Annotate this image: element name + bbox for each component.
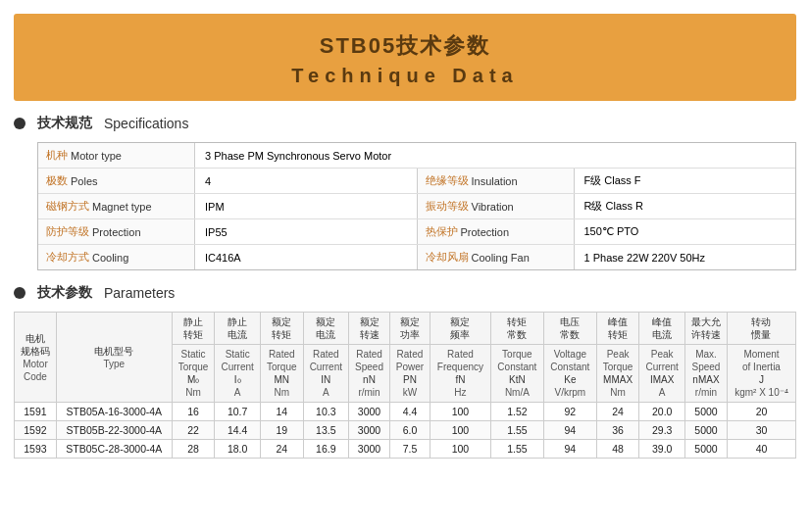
col-static-current-en: StaticCurrent I₀A: [215, 345, 261, 403]
col-inertia-en: Momentof Inertia Jkgm² X 10⁻⁴: [727, 345, 795, 403]
col-rated-power-en: RatedPower PNkW: [389, 345, 430, 403]
table-cell-M0: 28: [172, 440, 215, 459]
col-motor-code: 电机 规格码 Motor Code: [15, 313, 57, 403]
params-section-dot: [14, 287, 25, 299]
table-cell-Ke: 94: [543, 421, 596, 440]
table-cell-J: 20: [727, 403, 795, 421]
spec-label-cooling: 冷却方式 Cooling: [38, 245, 195, 269]
params-title-cn: 技术参数: [37, 284, 92, 302]
spec-value-thermalprotection: 150℃ PTO: [575, 219, 796, 244]
params-table-wrapper: 电机 规格码 Motor Code 电机型号 Type 静止转矩 静止电流 额定…: [14, 312, 796, 459]
params-section-title: 技术参数 Parameters: [14, 284, 796, 302]
table-cell-code: 1593: [15, 440, 57, 459]
table-cell-IMAX: 20.0: [639, 403, 685, 421]
label-en-cooling: Cooling: [92, 252, 128, 264]
spec-row-magnet: 磁钢方式 Magnet type IPM 振动等级 Vibration R级 C…: [38, 194, 795, 219]
table-cell-code: 1592: [15, 421, 57, 440]
spec-value-insulation: F级 Class F: [575, 169, 796, 193]
spec-label-vibration: 振动等级 Vibration: [418, 194, 575, 218]
table-row: 1592STB05B-22-3000-4A2214.41913.530006.0…: [15, 421, 796, 440]
label-en-thermalprotection: Protection: [461, 226, 510, 238]
col-peak-torque-en: PeakTorque MMAXNm: [596, 345, 639, 403]
table-cell-M0: 22: [172, 421, 215, 440]
label-en-vibration: Vibration: [472, 201, 514, 213]
label-en-motortype: Motor type: [71, 150, 122, 162]
col-torque-const-en: TorqueConstant KtNNm/A: [490, 345, 543, 403]
label-cn-protection: 防护等级: [46, 224, 89, 239]
spec-value-magnet: IPM: [195, 194, 418, 218]
spec-row-poles: 极数 Poles 4 绝缘等级 Insulation F级 Class F: [38, 169, 795, 194]
label-en-protection: Protection: [92, 226, 141, 238]
table-cell-type: STB05C-28-3000-4A: [56, 440, 172, 459]
table-cell-J: 30: [727, 421, 795, 440]
spec-label-thermalprotection: 热保护 Protection: [418, 219, 575, 244]
table-cell-fN: 100: [430, 403, 490, 421]
table-cell-PN: 7.5: [389, 440, 430, 459]
spec-value-vibration: R级 Class R: [575, 194, 796, 218]
spec-label-protection: 防护等级 Protection: [38, 219, 195, 244]
col-peak-current-en: PeakCurrent IMAXA: [639, 345, 685, 403]
col-rated-torque-en: RatedTorque MNNm: [260, 345, 303, 403]
spec-value-motortype: 3 Phase PM Synchronous Servo Motor: [195, 143, 795, 168]
spec-row-cooling: 冷却方式 Cooling IC416A 冷却风扇 Cooling Fan 1 P…: [38, 245, 795, 269]
table-cell-MMAX: 24: [596, 403, 639, 421]
label-en-coolingfan: Cooling Fan: [472, 252, 530, 264]
title-en: Technique Data: [24, 65, 786, 87]
specs-title-cn: 技术规范: [37, 115, 92, 132]
col-static-torque: 静止转矩: [172, 313, 215, 345]
col-inertia: 转动惯量: [727, 313, 795, 345]
spec-value-protection: IP55: [195, 219, 418, 244]
col-max-speed: 最大允许转速: [685, 313, 728, 345]
table-cell-fN: 100: [430, 421, 490, 440]
label-cn-vibration: 振动等级: [426, 199, 469, 214]
label-cn-poles: 极数: [46, 173, 68, 188]
label-cn-magnet: 磁钢方式: [46, 199, 89, 214]
spec-value-cooling: IC416A: [195, 245, 418, 269]
table-row: 1593STB05C-28-3000-4A2818.02416.930007.5…: [15, 440, 796, 459]
col-rated-freq: 额定频率: [430, 313, 490, 345]
header-banner: STB05技术参数 Technique Data: [14, 14, 796, 101]
table-cell-IN: 13.5: [303, 421, 349, 440]
table-cell-Ke: 92: [543, 403, 596, 421]
table-cell-MN: 14: [260, 403, 303, 421]
col-static-current: 静止电流: [215, 313, 261, 345]
table-cell-KtN: 1.52: [490, 403, 543, 421]
table-cell-KtN: 1.55: [490, 421, 543, 440]
table-cell-type: STB05B-22-3000-4A: [56, 421, 172, 440]
table-cell-I0: 18.0: [215, 440, 261, 459]
spec-row-protection: 防护等级 Protection IP55 热保护 Protection 150℃…: [38, 219, 795, 245]
col-rated-speed-en: RatedSpeed nNr/min: [349, 345, 390, 403]
table-cell-code: 1591: [15, 403, 57, 421]
table-cell-IN: 10.3: [303, 403, 349, 421]
col-motor-type: 电机型号 Type: [56, 313, 172, 403]
label-cn-motortype: 机种: [46, 148, 68, 163]
col-peak-torque: 峰值转矩: [596, 313, 639, 345]
table-cell-IMAX: 29.3: [639, 421, 685, 440]
table-cell-MN: 19: [260, 421, 303, 440]
spec-label-magnet: 磁钢方式 Magnet type: [38, 194, 195, 218]
table-cell-I0: 10.7: [215, 403, 261, 421]
table-cell-nN: 3000: [349, 421, 390, 440]
spec-value-poles: 4: [195, 169, 418, 193]
spec-label-insulation: 绝缘等级 Insulation: [418, 169, 575, 193]
table-row: 1591STB05A-16-3000-4A1610.71410.330004.4…: [15, 403, 796, 421]
table-cell-MMAX: 36: [596, 421, 639, 440]
table-cell-nMAX: 5000: [685, 403, 728, 421]
col-rated-power: 额定功率: [389, 313, 430, 345]
table-cell-nMAX: 5000: [685, 440, 728, 459]
table-cell-type: STB05A-16-3000-4A: [56, 403, 172, 421]
table-cell-PN: 6.0: [389, 421, 430, 440]
table-cell-KtN: 1.55: [490, 440, 543, 459]
table-cell-J: 40: [727, 440, 795, 459]
specs-table: 机种 Motor type 3 Phase PM Synchronous Ser…: [37, 142, 796, 270]
col-rated-torque: 额定转矩: [260, 313, 303, 345]
title-cn: STB05技术参数: [24, 31, 786, 61]
col-peak-current: 峰值电流: [639, 313, 685, 345]
specs-section-title: 技术规范 Specifications: [14, 115, 796, 132]
label-en-insulation: Insulation: [472, 175, 518, 187]
specs-title-en: Specifications: [104, 116, 188, 131]
label-cn-cooling: 冷却方式: [46, 250, 89, 265]
table-cell-PN: 4.4: [389, 403, 430, 421]
spec-label-coolingfan: 冷却风扇 Cooling Fan: [418, 245, 575, 269]
spec-label-motortype: 机种 Motor type: [38, 143, 195, 168]
